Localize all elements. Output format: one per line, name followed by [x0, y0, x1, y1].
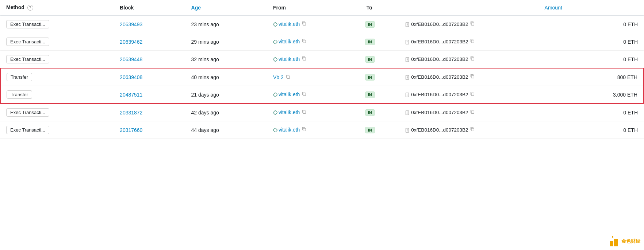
- svg-rect-33: [472, 93, 474, 95]
- method-cell: Transfer: [0, 68, 114, 86]
- amount-cell: 0 ETH: [568, 121, 644, 139]
- copy-from-icon[interactable]: [302, 39, 306, 44]
- from-address-link[interactable]: vitalik.eth: [279, 21, 300, 27]
- method-header-label: Method: [6, 4, 24, 10]
- in-badge: IN: [365, 74, 375, 81]
- copy-to-icon-svg: [470, 39, 475, 43]
- copy-from-icon[interactable]: [302, 127, 306, 133]
- block-link[interactable]: 20639493: [120, 22, 142, 27]
- method-help-icon[interactable]: ?: [27, 5, 33, 11]
- diamond-shape-icon: [273, 22, 277, 27]
- to-address: 0xfEB016D0...d007203B2: [411, 22, 468, 27]
- svg-rect-8: [303, 40, 306, 43]
- method-button[interactable]: Exec Transacti...: [6, 108, 49, 117]
- age-header-label: Age: [191, 5, 201, 11]
- doc-icon: [405, 127, 411, 133]
- copy-from-icon[interactable]: [302, 109, 306, 115]
- copy-from-icon[interactable]: [302, 56, 306, 62]
- to-address: 0xfEB016D0...d007203B2: [411, 74, 468, 80]
- block-cell: 20639448: [114, 51, 185, 69]
- from-address-link[interactable]: vitalik.eth: [279, 127, 300, 133]
- table-row: Exec Transacti...2063946229 mins agovita…: [0, 33, 644, 51]
- copy-icon-svg: [285, 74, 290, 79]
- from-cell: vitalik.eth: [267, 15, 361, 33]
- col-header-age[interactable]: Age: [185, 0, 267, 15]
- in-badge: IN: [365, 56, 375, 63]
- col-header-block: Block: [114, 0, 185, 15]
- from-address-link[interactable]: vitalik.eth: [279, 56, 300, 62]
- vb2-link[interactable]: Vb 2: [273, 74, 284, 80]
- copy-to-icon[interactable]: [470, 91, 475, 97]
- svg-marker-34: [273, 110, 277, 115]
- to-cell: 0xfEB016D0...d007203B2: [399, 103, 568, 121]
- col-header-method: Method ?: [0, 0, 114, 15]
- svg-marker-7: [273, 40, 277, 44]
- in-badge: IN: [365, 109, 375, 116]
- method-button[interactable]: Transfer: [7, 90, 32, 99]
- copy-from-icon[interactable]: [285, 74, 290, 80]
- block-link[interactable]: 20639408: [120, 74, 142, 80]
- copy-to-icon[interactable]: [470, 21, 475, 27]
- table-row: Exec Transacti...2063944832 mins agovita…: [0, 51, 644, 69]
- age-cell: 21 days ago: [185, 86, 267, 104]
- col-header-amount[interactable]: Amount: [399, 0, 568, 15]
- method-button[interactable]: Exec Transacti...: [6, 38, 49, 46]
- svg-rect-26: [472, 75, 474, 78]
- doc-icon: [405, 91, 411, 97]
- block-cell: 20331872: [114, 103, 185, 121]
- copy-to-icon[interactable]: [470, 39, 475, 44]
- copy-to-icon-svg: [470, 109, 475, 114]
- from-address-link[interactable]: vitalik.eth: [279, 39, 300, 44]
- to-cell: 0xfEB016D0...d007203B2: [399, 51, 568, 69]
- svg-rect-47: [472, 128, 474, 131]
- block-link[interactable]: 20331872: [120, 110, 142, 116]
- to-address: 0xfEB016D0...d007203B2: [411, 56, 468, 62]
- block-cell: 20487511: [114, 86, 185, 104]
- copy-icon-svg: [302, 127, 306, 132]
- age-cell: 32 mins ago: [185, 51, 267, 69]
- from-address-link[interactable]: vitalik.eth: [279, 109, 300, 115]
- copy-from-icon[interactable]: [302, 91, 306, 97]
- method-button[interactable]: Exec Transacti...: [6, 55, 49, 63]
- from-address-link[interactable]: vitalik.eth: [279, 91, 300, 97]
- block-cell: 20317660: [114, 121, 185, 139]
- method-button[interactable]: Exec Transacti...: [6, 20, 49, 28]
- from-cell: vitalik.eth: [267, 121, 361, 139]
- doc-shape-icon: [405, 93, 410, 97]
- svg-rect-15: [303, 58, 306, 60]
- copy-to-icon-svg: [470, 127, 475, 132]
- table-header-row: Method ? Block Age From To Amount: [0, 0, 644, 15]
- copy-icon-svg: [302, 21, 306, 26]
- doc-shape-icon: [405, 110, 410, 115]
- svg-rect-28: [303, 93, 306, 95]
- svg-rect-40: [472, 111, 474, 113]
- transactions-table: Method ? Block Age From To Amount Exec T…: [0, 0, 644, 139]
- copy-to-icon[interactable]: [470, 74, 475, 80]
- block-link[interactable]: 20639448: [120, 56, 142, 62]
- copy-from-icon[interactable]: [302, 21, 306, 27]
- svg-rect-21: [287, 76, 290, 78]
- svg-rect-6: [472, 23, 474, 25]
- method-cell: Exec Transacti...: [0, 121, 114, 139]
- direction-cell: IN: [361, 51, 399, 69]
- to-address: 0xfEB016D0...d007203B2: [411, 127, 468, 133]
- svg-marker-14: [273, 57, 277, 62]
- diamond-icon: [273, 109, 279, 115]
- block-link[interactable]: 20487511: [120, 92, 142, 98]
- method-button[interactable]: Transfer: [7, 73, 32, 81]
- copy-to-icon[interactable]: [470, 109, 475, 115]
- in-badge: IN: [365, 21, 375, 28]
- method-button[interactable]: Exec Transacti...: [6, 126, 49, 134]
- block-link[interactable]: 20639462: [120, 39, 142, 45]
- doc-shape-icon: [405, 128, 410, 133]
- diamond-icon: [273, 39, 279, 44]
- block-cell: 20639408: [114, 68, 185, 86]
- copy-to-icon[interactable]: [470, 127, 475, 133]
- diamond-icon: [273, 56, 279, 62]
- block-link[interactable]: 20317660: [120, 127, 142, 133]
- doc-icon: [405, 39, 411, 44]
- block-header-label: Block: [120, 5, 134, 11]
- block-cell: 20639462: [114, 33, 185, 51]
- copy-to-icon-svg: [470, 91, 475, 96]
- copy-to-icon[interactable]: [470, 56, 475, 62]
